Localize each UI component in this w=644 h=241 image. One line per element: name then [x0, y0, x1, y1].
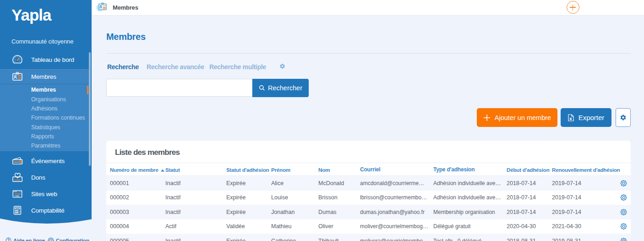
svg-text:www: www — [14, 192, 21, 195]
